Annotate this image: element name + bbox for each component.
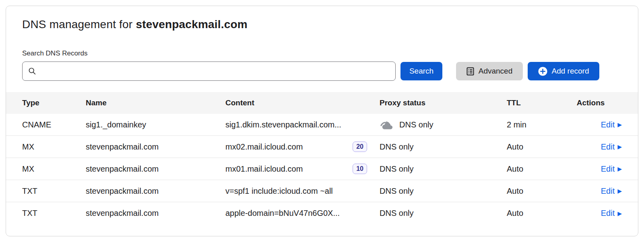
header-ttl: TTL xyxy=(501,98,559,107)
edit-link-label: Edit xyxy=(601,164,615,174)
header-proxy-status: Proxy status xyxy=(374,98,501,107)
record-ttl: Auto xyxy=(501,187,559,196)
record-content: v=spf1 include:icloud.com ~all xyxy=(225,187,333,196)
edit-link[interactable]: Edit▶ xyxy=(601,187,622,196)
table-header-row: Type Name Content Proxy status TTL Actio… xyxy=(6,92,638,114)
proxy-status-text: DNS only xyxy=(380,187,413,196)
search-icon xyxy=(28,67,36,75)
record-type: CNAME xyxy=(22,120,86,129)
plus-circle-icon xyxy=(538,67,547,76)
edit-link[interactable]: Edit▶ xyxy=(601,142,622,152)
caret-right-icon: ▶ xyxy=(617,188,622,194)
table-row: MX stevenpackmail.com mx01.mail.icloud.c… xyxy=(6,158,638,180)
add-record-button-label: Add record xyxy=(552,67,589,76)
record-content-cell: apple-domain=bNuV47n6G0X... xyxy=(225,209,374,218)
advanced-button[interactable]: Advanced xyxy=(456,62,523,80)
record-ttl: Auto xyxy=(501,142,559,152)
edit-link[interactable]: Edit▶ xyxy=(601,209,622,218)
edit-link-label: Edit xyxy=(601,187,615,196)
table-row: TXT stevenpackmail.com v=spf1 include:ic… xyxy=(6,180,638,202)
record-type: TXT xyxy=(22,209,86,218)
proxy-status-cell: DNS only xyxy=(374,119,501,130)
header-type: Type xyxy=(22,98,86,107)
page-title: DNS management for stevenpackmail.com xyxy=(6,18,638,31)
caret-right-icon: ▶ xyxy=(617,211,622,216)
edit-link-label: Edit xyxy=(601,209,615,218)
caret-right-icon: ▶ xyxy=(617,144,622,150)
table-body: CNAME sig1._domainkey sig1.dkim.stevenpa… xyxy=(6,114,638,224)
header-actions: Actions xyxy=(559,98,622,107)
header-name: Name xyxy=(86,98,225,107)
proxy-status-cell: DNS only xyxy=(374,187,501,196)
record-content-cell: mx02.mail.icloud.com 20 xyxy=(225,142,374,152)
proxy-status-text: DNS only xyxy=(380,164,413,174)
search-input[interactable] xyxy=(40,67,390,76)
domain-name: stevenpackmail.com xyxy=(136,18,248,31)
record-actions-cell: Edit▶ xyxy=(559,120,622,129)
record-actions-cell: Edit▶ xyxy=(559,142,622,152)
record-content-cell: mx01.mail.icloud.com 10 xyxy=(225,164,374,174)
record-content: apple-domain=bNuV47n6G0X... xyxy=(225,209,340,218)
controls-row: Search Advanced xyxy=(6,62,638,81)
record-content-cell: sig1.dkim.stevenpackmail.com... xyxy=(225,120,374,129)
edit-link[interactable]: Edit▶ xyxy=(601,164,622,174)
advanced-button-label: Advanced xyxy=(479,67,513,76)
record-name: stevenpackmail.com xyxy=(86,164,225,174)
record-type: MX xyxy=(22,142,86,152)
table-row: CNAME sig1._domainkey sig1.dkim.stevenpa… xyxy=(6,114,638,136)
proxy-status-text: DNS only xyxy=(380,209,413,218)
record-type: TXT xyxy=(22,187,86,196)
record-content: sig1.dkim.stevenpackmail.com... xyxy=(225,120,341,129)
edit-link-label: Edit xyxy=(601,142,615,152)
record-content: mx02.mail.icloud.com xyxy=(225,142,303,152)
record-actions-cell: Edit▶ xyxy=(559,209,622,218)
edit-link-label: Edit xyxy=(601,120,615,129)
search-label: Search DNS Records xyxy=(6,49,638,57)
caret-right-icon: ▶ xyxy=(617,122,622,127)
search-button[interactable]: Search xyxy=(400,62,442,80)
dns-records-table: Type Name Content Proxy status TTL Actio… xyxy=(6,92,638,224)
record-ttl: Auto xyxy=(501,209,559,218)
table-row: MX stevenpackmail.com mx02.mail.icloud.c… xyxy=(6,136,638,158)
caret-right-icon: ▶ xyxy=(617,166,622,172)
search-box[interactable] xyxy=(22,62,396,81)
priority-badge: 20 xyxy=(353,142,367,152)
priority-badge: 10 xyxy=(353,164,367,174)
list-document-icon xyxy=(466,67,474,76)
record-name: stevenpackmail.com xyxy=(86,209,225,218)
cloud-arrow-icon xyxy=(380,119,394,130)
proxy-status-cell: DNS only xyxy=(374,209,501,218)
proxy-status-text: DNS only xyxy=(399,120,433,129)
table-row: TXT stevenpackmail.com apple-domain=bNuV… xyxy=(6,202,638,224)
add-record-button[interactable]: Add record xyxy=(528,62,599,80)
header-content: Content xyxy=(225,98,374,107)
record-content-cell: v=spf1 include:icloud.com ~all xyxy=(225,187,374,196)
edit-link[interactable]: Edit▶ xyxy=(601,120,622,129)
record-type: MX xyxy=(22,164,86,174)
proxy-status-cell: DNS only xyxy=(374,164,501,174)
record-ttl: 2 min xyxy=(501,120,559,129)
record-name: stevenpackmail.com xyxy=(86,187,225,196)
record-name: stevenpackmail.com xyxy=(86,142,225,152)
record-actions-cell: Edit▶ xyxy=(559,164,622,174)
record-actions-cell: Edit▶ xyxy=(559,187,622,196)
dns-management-card: DNS management for stevenpackmail.com Se… xyxy=(6,6,638,236)
proxy-status-text: DNS only xyxy=(380,142,413,152)
record-ttl: Auto xyxy=(501,164,559,174)
record-content: mx01.mail.icloud.com xyxy=(225,164,303,174)
page-title-prefix: DNS management for xyxy=(22,18,136,31)
record-name: sig1._domainkey xyxy=(86,120,225,129)
proxy-status-cell: DNS only xyxy=(374,142,501,152)
